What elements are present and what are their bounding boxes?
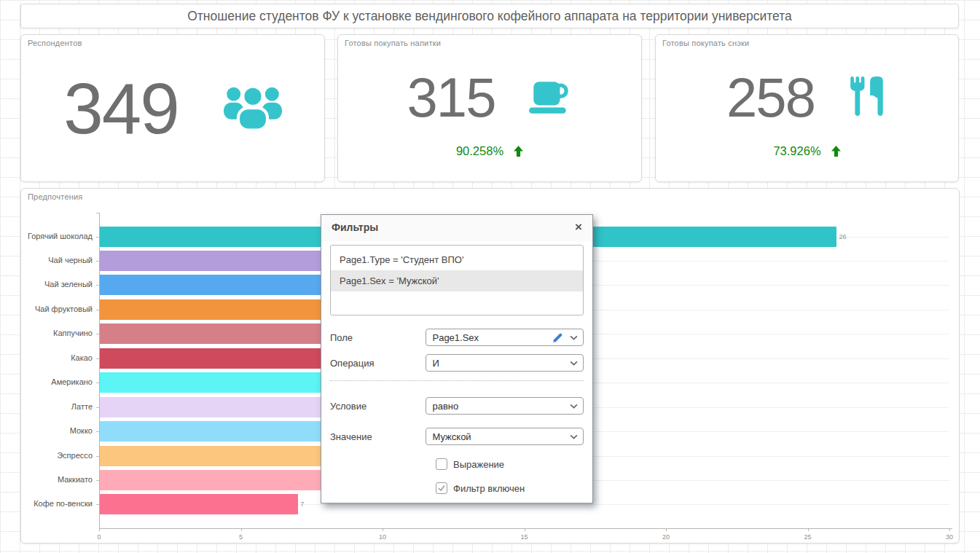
x-axis-tick: [808, 528, 809, 531]
field-label: Поле: [330, 332, 426, 343]
field-label: Значение: [330, 431, 426, 442]
field-select-0[interactable]: Page1.Sex: [426, 329, 584, 346]
kpi-trend-row: 90.258%: [338, 144, 641, 158]
kpi-value: 258: [726, 70, 815, 125]
select-value: И: [432, 358, 570, 369]
kpi-card-title: Готовы покупать напитки: [345, 39, 441, 47]
edit-pencil-icon[interactable]: [552, 332, 563, 343]
category-label: Какао: [21, 353, 93, 362]
x-axis-tick-label: 15: [520, 533, 528, 541]
field-select-1[interactable]: И: [426, 354, 584, 372]
x-axis-tick: [241, 528, 242, 531]
checkbox-label: Фильтр включен: [453, 483, 525, 494]
kpi-card-title: Респондентов: [28, 39, 82, 47]
close-icon[interactable]: ×: [575, 221, 582, 232]
utensils-icon: [847, 75, 887, 120]
filter-field-row: ЗначениеМужской: [330, 428, 584, 445]
dialog-title: Фильтры: [332, 221, 378, 233]
x-axis-tick: [949, 528, 950, 531]
x-axis-tick-label: 0: [97, 533, 101, 541]
category-label: Чай зеленый: [21, 280, 93, 289]
kpi-main-row: 349: [21, 35, 324, 181]
x-axis-tick-label: 10: [379, 533, 386, 541]
kpi-main-row: 315: [338, 70, 641, 125]
x-axis-tick: [99, 528, 100, 531]
chart-bar[interactable]: [100, 494, 298, 514]
field-group-top: ПолеPage1.SexОперацияИ: [321, 329, 592, 372]
filter-field-row: ОперацияИ: [330, 354, 584, 372]
chevron-down-icon: [570, 361, 578, 366]
select-value: Page1.Sex: [432, 332, 552, 343]
field-select-2[interactable]: равно: [426, 397, 584, 415]
field-group-bottom: УсловиеравноЗначениеМужской: [321, 397, 592, 445]
category-label: Американо: [21, 377, 93, 386]
checkbox-unchecked[interactable]: [436, 458, 447, 470]
y-axis-top-tick: [96, 213, 99, 213]
x-axis-tick: [383, 528, 383, 531]
kpi-card-respondents: Респондентов 349: [20, 34, 325, 182]
select-value: равно: [432, 401, 570, 412]
filter-field-row: Условиеравно: [330, 397, 584, 415]
people-group-icon: [224, 82, 282, 135]
checkbox-label: Выражение: [453, 459, 504, 470]
x-axis-tick-label: 30: [946, 533, 953, 541]
arrow-up-icon: [831, 146, 841, 157]
kpi-trend-row: 73.926%: [656, 144, 958, 158]
x-axis-tick-label: 25: [804, 533, 811, 541]
field-select-3[interactable]: Мужской: [426, 428, 584, 445]
x-axis-line: [99, 528, 952, 529]
category-label: Чай фруктовый: [21, 305, 93, 313]
field-label: Условие: [330, 401, 426, 412]
chevron-down-icon: [570, 335, 578, 340]
filter-field-row: ПолеPage1.Sex: [330, 329, 584, 346]
coffee-cup-icon: [527, 77, 572, 119]
category-label: Мокко: [21, 426, 93, 435]
dashboard-title-bar: Отношение студентов ФУ к установке венди…: [20, 4, 959, 28]
kpi-percent: 73.926%: [773, 144, 820, 158]
x-axis-tick: [525, 528, 525, 531]
kpi-percent: 90.258%: [456, 144, 503, 158]
kpi-value: 315: [407, 70, 495, 125]
kpi-value: 349: [63, 73, 179, 144]
dotted-divider: [330, 380, 584, 381]
category-label: Горячий шоколад: [21, 232, 93, 240]
x-axis-tick: [666, 528, 667, 531]
category-label: Кофе по-венски: [21, 499, 93, 508]
kpi-card-drinks: Готовы покупать напитки 315 90.258%: [337, 34, 642, 182]
arrow-up-icon: [514, 146, 523, 157]
dashboard-title: Отношение студентов ФУ к установке венди…: [21, 4, 958, 28]
dialog-header: Фильтры ×: [321, 215, 592, 241]
filters-dialog: Фильтры × Page1.Type = 'Студент ВПО'Page…: [321, 214, 593, 503]
chart-bar[interactable]: [100, 470, 326, 490]
category-label: Эспрессо: [21, 451, 93, 460]
chart-bar[interactable]: [100, 446, 355, 466]
field-label: Операция: [330, 358, 426, 369]
kpi-card-title: Готовы покупать снэки: [662, 39, 749, 47]
checkbox-group: ВыражениеФильтр включен: [321, 458, 592, 495]
bar-value-label: 26: [839, 233, 846, 240]
filter-list: Page1.Type = 'Студент ВПО'Page1.Sex = 'М…: [330, 245, 584, 315]
y-axis-line: [99, 213, 100, 528]
checkbox-checked[interactable]: [436, 482, 447, 494]
category-label: Чай черный: [21, 256, 93, 264]
kpi-card-snacks: Готовы покупать снэки 258 73.926%: [655, 34, 959, 182]
select-value: Мужской: [432, 431, 570, 442]
checkbox-row: Выражение: [436, 458, 592, 471]
category-label: Маккиато: [21, 475, 93, 484]
filter-list-item[interactable]: Page1.Type = 'Студент ВПО': [331, 249, 583, 270]
bar-value-label: 7: [300, 501, 304, 508]
x-axis-tick-label: 20: [662, 533, 670, 541]
chevron-down-icon: [570, 404, 578, 409]
x-axis-tick-label: 5: [239, 533, 243, 541]
filter-list-item[interactable]: Page1.Sex = 'Мужской': [331, 270, 583, 291]
checkbox-row: Фильтр включен: [436, 482, 592, 495]
category-label: Каппучино: [21, 329, 93, 337]
kpi-main-row: 258: [656, 70, 958, 125]
chevron-down-icon: [570, 434, 578, 439]
category-label: Латте: [21, 402, 93, 411]
